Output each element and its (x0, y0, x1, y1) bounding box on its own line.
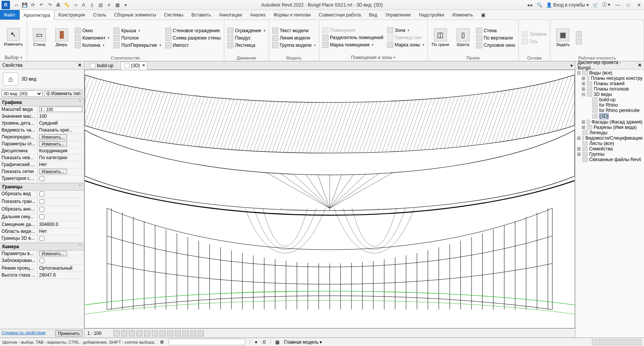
prop-edit-button[interactable]: Изменить... (39, 169, 67, 174)
roomtag-button[interactable]: Марка помещения▾ (321, 41, 385, 48)
mullion-button[interactable]: Импост (164, 42, 222, 49)
qat-save-icon[interactable]: 💾 (21, 1, 28, 9)
twisty-icon[interactable]: ⊞ (582, 86, 585, 92)
sb-icon-3[interactable] (606, 339, 613, 345)
tab-annotate[interactable]: Аннотации (215, 10, 246, 20)
tab-options-icon[interactable]: ▣ (477, 10, 490, 20)
sb-icon-4[interactable] (614, 339, 620, 345)
sunpath-icon[interactable] (129, 330, 135, 336)
analytical-icon[interactable] (190, 330, 196, 336)
ramp-button[interactable]: Пандус (226, 35, 267, 41)
cart-icon[interactable]: 🛒 (593, 2, 598, 8)
prop-group[interactable]: Границы⌃ (0, 183, 84, 191)
setwp-button[interactable]: ▦Задать (552, 21, 573, 55)
vertical-button[interactable]: По вертикали (475, 35, 517, 41)
prop-checkbox[interactable] (39, 214, 44, 219)
sb-icon-5[interactable] (621, 339, 627, 345)
viewtabs-menu-icon[interactable]: ▾ (570, 63, 575, 68)
render-icon[interactable] (144, 330, 150, 336)
property-grid[interactable]: Графика⌃Масштаб видаЗначение мас...100Ур… (0, 99, 84, 329)
qat-section-icon[interactable]: ▤ (97, 1, 104, 9)
detail-level-icon[interactable] (113, 330, 120, 336)
tab-view[interactable]: Вид (365, 10, 381, 20)
twisty-icon[interactable]: ⊞ (582, 125, 585, 130)
tree-node[interactable]: {3D} (576, 113, 643, 119)
login-menu[interactable]: 👤 Вход в службы ▾ (546, 2, 589, 8)
qat-close-icon[interactable]: ▦ (113, 1, 121, 9)
qat-sync-icon[interactable]: ⟳ (29, 1, 37, 9)
dormer-button[interactable]: Слуховое окно (475, 42, 517, 49)
twisty-icon[interactable]: ⊞ (582, 119, 585, 125)
cropshow-icon[interactable] (159, 330, 166, 336)
search-icon[interactable]: 🔍 (537, 2, 542, 8)
tree-node[interactable]: ⊞Планы потолков (576, 86, 643, 92)
column-button[interactable]: Колонна▾ (73, 42, 112, 49)
tree-node[interactable]: for Rhino perekrutie (576, 108, 643, 113)
stair-button[interactable]: Лестница (226, 42, 267, 49)
modeltext-button[interactable]: Текст модели (271, 27, 317, 34)
component-button[interactable]: Компонент▾ (73, 35, 112, 41)
tab-file[interactable]: Файл (0, 10, 20, 20)
tab-systems[interactable]: Системы (160, 10, 187, 20)
properties-close-icon[interactable]: ✕ (78, 63, 82, 68)
shadows-icon[interactable] (136, 330, 143, 336)
nav-arrows-icon[interactable]: ◂ ▸ (527, 2, 533, 8)
tree-node[interactable]: ⊞Семейства (576, 146, 643, 152)
wallopen-button[interactable]: Стена (475, 27, 517, 34)
workset-icon[interactable]: ▦ (275, 339, 279, 345)
prop-checkbox[interactable] (39, 207, 44, 212)
qat-undo-icon[interactable]: ↶ (38, 1, 45, 9)
ceiling-button[interactable]: Потолок (112, 35, 163, 41)
twisty-icon[interactable]: ⊞ (577, 135, 581, 141)
tree-node[interactable]: for Rhino (576, 102, 643, 108)
constraints-icon[interactable] (198, 330, 204, 336)
sb-icon-1[interactable] (592, 339, 598, 345)
minimize-button[interactable]: — (614, 2, 621, 8)
door-button[interactable]: 🚪Дверь (51, 21, 72, 55)
tab-analyze[interactable]: Анализ (246, 10, 270, 20)
shaft-button[interactable]: ▯Шахта (452, 21, 474, 55)
tree-node[interactable]: ⊟Виды (все) (576, 70, 643, 76)
prop-checkbox[interactable] (39, 258, 44, 263)
tab-architecture[interactable]: Архитектура (20, 10, 55, 20)
showwp-button[interactable] (574, 31, 583, 38)
status-icon[interactable]: ⚙ (160, 339, 164, 345)
modelline-button[interactable]: Линия модели (271, 35, 317, 41)
area-button[interactable]: Зона▾ (386, 27, 426, 34)
floor-button[interactable]: Пол/Перекрытие▾ (112, 42, 163, 49)
tree-node[interactable]: ⊞Планы этажей (576, 81, 643, 86)
prop-group[interactable]: Графика⌃ (0, 99, 84, 106)
help-menu[interactable]: ⓘ ▾ (602, 2, 610, 8)
tab-collab[interactable]: Совместная работа (315, 10, 365, 20)
crop-icon[interactable] (152, 330, 158, 336)
tree-node[interactable]: ⊞Планы несущих констру (576, 76, 643, 81)
prop-edit-button[interactable]: Изменить... (39, 141, 67, 147)
apply-button[interactable]: Применить (55, 330, 82, 336)
tree-node[interactable]: ⊞Группы (576, 152, 643, 157)
tab-modify[interactable]: Изменить (449, 10, 477, 20)
tab-insert[interactable]: Вставить (187, 10, 215, 20)
window-button[interactable]: Окно (73, 27, 112, 34)
sb-icon-6[interactable] (628, 339, 634, 345)
prop-checkbox[interactable] (39, 191, 44, 196)
qat-print-icon[interactable]: 🖶 (54, 1, 62, 9)
selection-filter-icon[interactable]: ▾ (255, 339, 257, 345)
tree-node[interactable]: ⊟3D виды (576, 92, 643, 97)
prop-checkbox[interactable] (39, 199, 44, 204)
curtaingrid-button[interactable]: Схема разрезки стены (164, 35, 222, 41)
qat-3d-icon[interactable]: ⟠ (88, 1, 96, 9)
prop-input[interactable] (39, 107, 82, 112)
twisty-icon[interactable]: ⊟ (582, 92, 585, 97)
prop-checkbox[interactable] (39, 176, 44, 181)
viewtab-close-icon[interactable]: ✕ (142, 63, 145, 68)
drawing-canvas[interactable] (84, 70, 575, 328)
wall-button[interactable]: ▭Стена (29, 21, 50, 55)
roof-button[interactable]: Крыша▾ (112, 27, 163, 34)
twisty-icon[interactable]: ⊞ (582, 81, 585, 86)
qat-align-icon[interactable]: ⇢ (71, 1, 79, 9)
tree-node[interactable]: ⊞Разрезы (Имя вида) (576, 125, 643, 130)
temp-hide-icon[interactable] (175, 330, 181, 336)
refplane-button[interactable] (574, 38, 583, 45)
prop-checkbox[interactable] (39, 236, 44, 241)
areatag-button[interactable]: Марка зоны▾ (386, 41, 426, 48)
